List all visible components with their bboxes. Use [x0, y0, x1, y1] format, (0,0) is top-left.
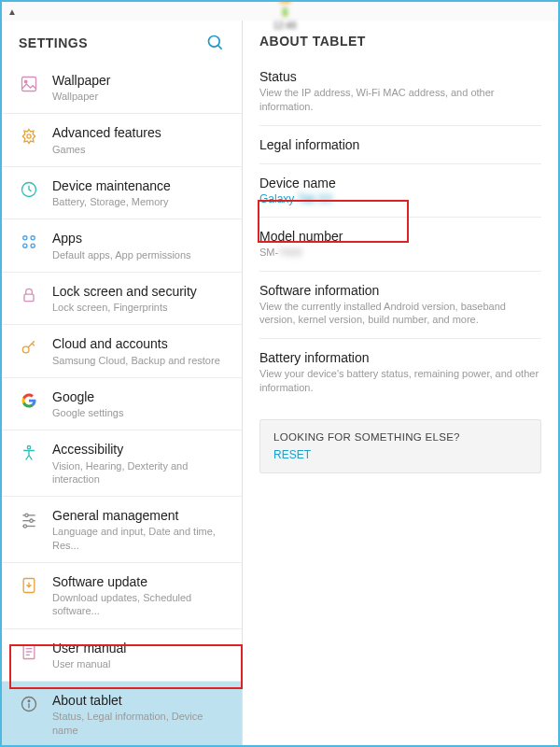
sidebar-item-sub: Language and input, Date and time, Res..… [52, 525, 229, 552]
sidebar-item-label: Lock screen and security [52, 283, 197, 300]
key-icon [19, 337, 39, 358]
manual-icon [19, 641, 39, 662]
sidebar-item-advanced-features[interactable]: Advanced features Games [2, 114, 242, 166]
settings-list: Wallpaper Wallpaper Advanced features Ga… [2, 62, 242, 745]
detail-item-model-number[interactable]: Model number SM-T820 [259, 218, 541, 272]
info-icon [19, 694, 39, 714]
sidebar-title: SETTINGS [19, 35, 88, 50]
detail-panel: ABOUT TABLET Status View the IP address,… [243, 21, 558, 745]
svg-point-18 [23, 525, 26, 528]
sidebar-item-device-maintenance[interactable]: Device maintenance Battery, Storage, Mem… [2, 167, 242, 219]
detail-item-label: Legal information [259, 137, 541, 152]
search-icon[interactable] [206, 34, 225, 52]
sidebar-item-general-management[interactable]: General management Language and input, D… [2, 497, 242, 563]
looking-box: LOOKING FOR SOMETHING ELSE? RESET [259, 419, 541, 473]
svg-point-16 [30, 519, 33, 522]
sidebar-item-wallpaper[interactable]: Wallpaper Wallpaper [2, 62, 242, 114]
detail-item-battery-info[interactable]: Battery information View your device's b… [259, 339, 541, 406]
sidebar-item-cloud-accounts[interactable]: Cloud and accounts Samsung Cloud, Backup… [2, 325, 242, 377]
detail-item-label: Battery information [259, 350, 541, 365]
update-icon [19, 575, 39, 596]
sidebar-item-label: About tablet [52, 692, 229, 709]
detail-item-software-info[interactable]: Software information View the currently … [259, 272, 541, 340]
sidebar-item-sub: Wallpaper [52, 90, 111, 103]
sidebar-item-label: Apps [52, 230, 191, 247]
detail-item-device-name[interactable]: Device name Galaxy Tab S3 [259, 164, 541, 218]
status-right: 📶🔋12:48 [17, 0, 553, 31]
svg-point-0 [209, 36, 220, 48]
sidebar-item-sub: Games [52, 143, 161, 156]
status-bar: ▲ 📶🔋12:48 [2, 2, 558, 21]
sidebar-item-sub: Download updates, Scheduled software... [52, 591, 229, 618]
svg-rect-10 [24, 294, 34, 302]
detail-item-label: Status [259, 69, 541, 84]
sidebar-item-sub: Default apps, App permissions [52, 248, 191, 261]
sidebar-item-sub: Google settings [52, 406, 123, 419]
sliders-icon [19, 509, 39, 529]
sidebar-item-sub: Status, Legal information, Device name [52, 710, 229, 737]
sidebar-item-software-update[interactable]: Software update Download updates, Schedu… [2, 563, 242, 629]
svg-point-8 [23, 245, 27, 248]
reset-link[interactable]: RESET [273, 448, 527, 461]
detail-item-status[interactable]: Status View the IP address, Wi-Fi MAC ad… [259, 58, 541, 126]
sidebar-item-sub: Battery, Storage, Memory [52, 195, 171, 208]
sidebar-item-google[interactable]: Google Google settings [2, 378, 242, 430]
detail-item-label: Software information [259, 283, 541, 298]
sidebar-item-label: Device maintenance [52, 177, 171, 194]
device-name-value: Galaxy Tab S3 [259, 192, 541, 205]
svg-point-4 [27, 134, 31, 138]
sidebar-item-label: General management [52, 507, 229, 524]
sidebar-item-lock-screen-security[interactable]: Lock screen and security Lock screen, Fi… [2, 273, 242, 325]
svg-point-7 [31, 236, 35, 240]
sidebar-item-label: User manual [52, 640, 126, 656]
sidebar-item-label: Google [52, 388, 123, 405]
svg-point-26 [28, 700, 30, 702]
sidebar-item-label: Accessibility [52, 441, 229, 458]
svg-rect-2 [22, 78, 36, 92]
sidebar-item-label: Wallpaper [52, 72, 111, 89]
detail-item-label: Device name [259, 176, 541, 190]
settings-sidebar: SETTINGS Wallpaper Wallpaper [2, 21, 243, 745]
sidebar-item-user-manual[interactable]: User manual User manual [2, 629, 242, 682]
svg-line-1 [218, 46, 222, 49]
svg-point-3 [24, 80, 27, 83]
sidebar-item-accessibility[interactable]: Accessibility Vision, Hearing, Dexterity… [2, 430, 242, 497]
sidebar-item-sub: Lock screen, Fingerprints [52, 301, 197, 314]
lock-icon [19, 285, 39, 305]
looking-title: LOOKING FOR SOMETHING ELSE? [273, 431, 527, 443]
detail-item-legal[interactable]: Legal information [259, 126, 541, 164]
svg-point-6 [23, 236, 27, 240]
svg-point-9 [31, 245, 35, 248]
apps-icon [19, 232, 39, 252]
sidebar-item-sub: User manual [52, 657, 126, 670]
notification-icon: ▲ [7, 7, 17, 17]
sidebar-item-label: Cloud and accounts [52, 335, 220, 352]
sidebar-item-apps[interactable]: Apps Default apps, App permissions [2, 219, 242, 272]
svg-point-14 [25, 514, 28, 516]
sidebar-item-label: Software update [52, 573, 229, 590]
device-maintenance-icon [19, 179, 39, 200]
advanced-features-icon [19, 126, 39, 147]
sidebar-item-sub: Samsung Cloud, Backup and restore [52, 354, 220, 367]
accessibility-icon [19, 443, 39, 463]
detail-item-label: Model number [259, 229, 541, 244]
detail-item-sub: View your device's battery status, remai… [259, 367, 541, 395]
svg-point-11 [22, 347, 29, 354]
svg-point-12 [27, 446, 30, 449]
sidebar-item-about-tablet[interactable]: About tablet Status, Legal information, … [2, 682, 242, 745]
wallpaper-icon [19, 74, 39, 94]
sidebar-item-sub: Vision, Hearing, Dexterity and interacti… [52, 459, 229, 486]
google-icon [19, 390, 39, 411]
model-number-value: SM-T820 [259, 246, 541, 260]
sidebar-item-label: Advanced features [52, 124, 161, 141]
detail-item-sub: View the currently installed Android ver… [259, 300, 541, 328]
detail-item-sub: View the IP address, Wi-Fi MAC address, … [259, 86, 541, 114]
